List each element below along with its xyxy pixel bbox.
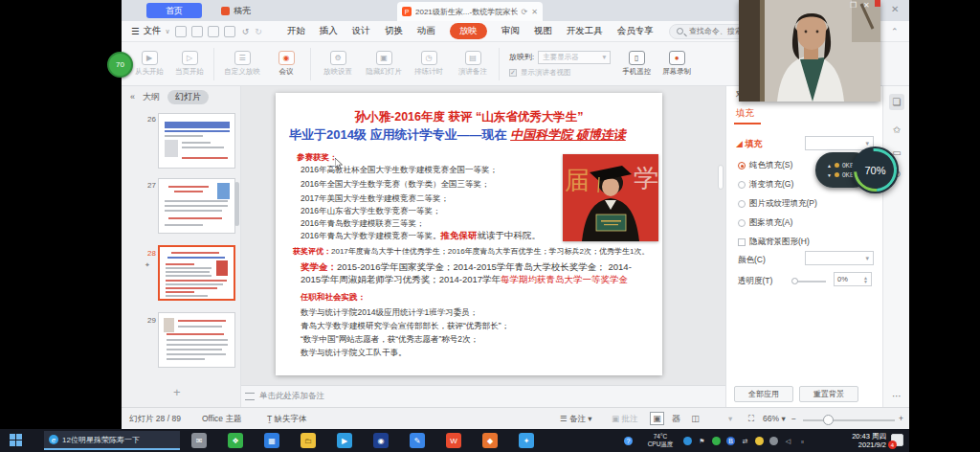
notes-bar[interactable]: 单击此处添加备注 xyxy=(241,385,725,407)
taskbar-app-icon[interactable]: ✦ xyxy=(519,433,534,448)
smart-features-star-icon[interactable]: ✩ xyxy=(889,124,904,135)
object-properties-tool-icon[interactable]: ❏ xyxy=(889,94,904,110)
taskbar-app-icon[interactable]: ▶ xyxy=(337,433,352,448)
menu-view[interactable]: 视图 xyxy=(534,25,552,37)
missing-font-indicator[interactable]: Ṯ 缺失字体 xyxy=(267,414,307,425)
theme-name[interactable]: Office 主题 xyxy=(202,414,241,425)
tray-yellow-icon[interactable] xyxy=(755,437,764,445)
tray-volume-icon[interactable]: ◁ xyxy=(784,437,792,445)
from-current-button[interactable]: ▷ 当页开始 xyxy=(169,51,210,77)
slide-thumbnail-27[interactable] xyxy=(158,178,235,234)
tab-document[interactable]: P 2021级新生家...-数统学院家长会 ⟳ ✕ xyxy=(397,2,543,21)
action-center-icon[interactable]: 4 xyxy=(891,434,903,446)
presenter-view-checkbox[interactable]: ✓ xyxy=(509,69,517,77)
slide-28[interactable]: 孙小雅-2016年度 获评 “山东省优秀大学生” 毕业于2014级 应用统计学专… xyxy=(276,93,662,375)
pattern-fill-radio[interactable] xyxy=(738,219,746,227)
thumbnail-scrollbar[interactable] xyxy=(234,182,239,226)
tray-help-icon[interactable]: ? xyxy=(624,437,633,445)
slide-thumbnail-26[interactable] xyxy=(158,113,235,169)
fill-type-dropdown[interactable]: ▾ xyxy=(805,136,874,150)
zoom-out-button[interactable]: − xyxy=(791,414,796,423)
speaker-notes-button[interactable]: ▤ 演讲备注 xyxy=(451,51,495,77)
file-menu[interactable]: ☰ 文件 ∨ xyxy=(122,25,170,37)
save-icon[interactable] xyxy=(175,26,187,37)
gradient-fill-radio[interactable] xyxy=(738,181,746,189)
collapse-panel-icon[interactable]: « xyxy=(130,92,135,102)
apply-all-button[interactable]: 全部应用 xyxy=(734,386,793,402)
menu-review[interactable]: 审阅 xyxy=(501,25,520,37)
redo-icon[interactable]: ↻ xyxy=(255,27,262,36)
tray-green-icon[interactable] xyxy=(712,437,721,445)
color-dropdown[interactable]: ▾ xyxy=(805,251,874,265)
preview-icon[interactable] xyxy=(224,26,235,37)
canvas-scrollbar[interactable] xyxy=(718,165,724,190)
menu-slideshow-active[interactable]: 放映 xyxy=(450,23,487,39)
slide-sorter-icon[interactable]: 器 xyxy=(669,412,683,425)
export-icon[interactable] xyxy=(208,26,219,37)
display-monitor-select[interactable]: 主要显示器 ▾ xyxy=(538,51,611,64)
menu-insert[interactable]: 插入 xyxy=(320,25,338,37)
menu-design[interactable]: 设计 xyxy=(352,25,370,37)
fill-section-header[interactable]: ◢ 填充 xyxy=(736,138,762,150)
start-button[interactable] xyxy=(10,434,23,447)
transparency-value-box[interactable]: 0% ▲▼ xyxy=(834,272,872,286)
from-beginning-button[interactable]: ▶ 从头开始 xyxy=(129,51,169,77)
chevron-down-icon[interactable]: ▾ xyxy=(728,414,732,423)
hide-background-checkbox[interactable] xyxy=(738,238,746,246)
tab-slides[interactable]: 幻灯片 xyxy=(167,90,209,104)
tab-outline[interactable]: 大纲 xyxy=(143,91,160,103)
tray-app-icon[interactable] xyxy=(683,437,692,445)
fill-tab[interactable]: 填充 xyxy=(736,107,754,120)
taskbar-app-icon[interactable]: ✉ xyxy=(191,433,207,448)
custom-show-button[interactable]: ☰ 自定义放映 xyxy=(218,51,266,77)
taskbar-app-icon[interactable]: ✎ xyxy=(410,433,425,448)
menu-vip[interactable]: 会员专享 xyxy=(617,25,654,37)
video-restore-icon[interactable]: ❐ xyxy=(850,1,857,10)
hide-slide-button[interactable]: ▣ 隐藏幻灯片 xyxy=(361,51,407,77)
tab-workspace[interactable]: 稿壳 xyxy=(213,3,258,18)
tab-home[interactable]: 首页 xyxy=(146,3,202,18)
menu-devtools[interactable]: 开发工具 xyxy=(567,25,603,37)
window-close-icon[interactable]: ✕ xyxy=(891,4,899,14)
booster-ball[interactable]: 70 xyxy=(107,52,133,78)
reading-view-icon[interactable]: ◫ xyxy=(688,412,702,425)
tray-usb-icon[interactable] xyxy=(769,437,778,445)
sync-icon[interactable]: ⟳ xyxy=(522,8,528,16)
transparency-slider[interactable] xyxy=(793,281,826,282)
zoom-in-button[interactable]: + xyxy=(899,414,903,423)
print-icon[interactable] xyxy=(191,26,203,37)
taskbar-app-icon[interactable]: ▦ xyxy=(264,433,279,448)
taskbar-app-icon[interactable]: ◆ xyxy=(482,433,498,448)
taskbar-meeting-icon[interactable]: ◉ xyxy=(373,433,389,448)
slide-thumbnail-29[interactable] xyxy=(158,312,235,368)
slide-thumbnail-28-selected[interactable] xyxy=(158,245,235,301)
screen-record-button[interactable]: ● 屏幕录制 xyxy=(657,51,697,77)
tray-flag-icon[interactable]: ⚑ xyxy=(698,437,706,445)
picture-fill-radio[interactable] xyxy=(738,200,746,208)
notes-toggle[interactable]: ☰ 备注 ▾ xyxy=(560,414,592,425)
reset-background-button[interactable]: 重置背景 xyxy=(799,386,858,402)
add-slide-button[interactable]: + xyxy=(173,385,181,399)
solid-fill-radio[interactable] xyxy=(738,162,746,170)
menu-start[interactable]: 开始 xyxy=(287,25,305,37)
video-call-window[interactable]: ❐ ✕ xyxy=(739,0,880,102)
transparency-slider-thumb[interactable] xyxy=(791,278,798,284)
tray-wifi-icon[interactable]: ₗₗ xyxy=(798,437,807,445)
taskbar-folder-icon[interactable]: 🗀 xyxy=(301,433,316,448)
tray-bluetooth-icon[interactable]: B xyxy=(726,437,735,445)
taskbar-wps-icon[interactable]: W xyxy=(446,433,461,448)
zoom-slider-thumb[interactable] xyxy=(823,415,834,425)
collapse-ribbon-icon[interactable]: ⌃ xyxy=(891,27,899,36)
cpu-temperature[interactable]: 74°C CPU温度 xyxy=(643,433,678,448)
fit-slide-icon[interactable]: ⛶ xyxy=(748,414,754,424)
more-tools-icon[interactable]: ⋯ xyxy=(889,391,904,401)
menu-transition[interactable]: 切换 xyxy=(385,25,403,37)
show-settings-button[interactable]: ⚙ 放映设置 xyxy=(315,51,361,77)
video-close-icon[interactable]: ✕ xyxy=(863,1,870,10)
tray-network-share-icon[interactable]: ⇄ xyxy=(741,437,749,445)
menu-animation[interactable]: 动画 xyxy=(417,25,435,37)
meeting-button[interactable]: ◉ 会议 xyxy=(266,51,306,77)
taskbar-clock[interactable]: 20:43 周四 2021/9/2 xyxy=(831,432,886,449)
phone-remote-button[interactable]: ▯ 手机遥控 xyxy=(616,51,657,77)
close-tab-icon[interactable]: ✕ xyxy=(531,8,538,16)
